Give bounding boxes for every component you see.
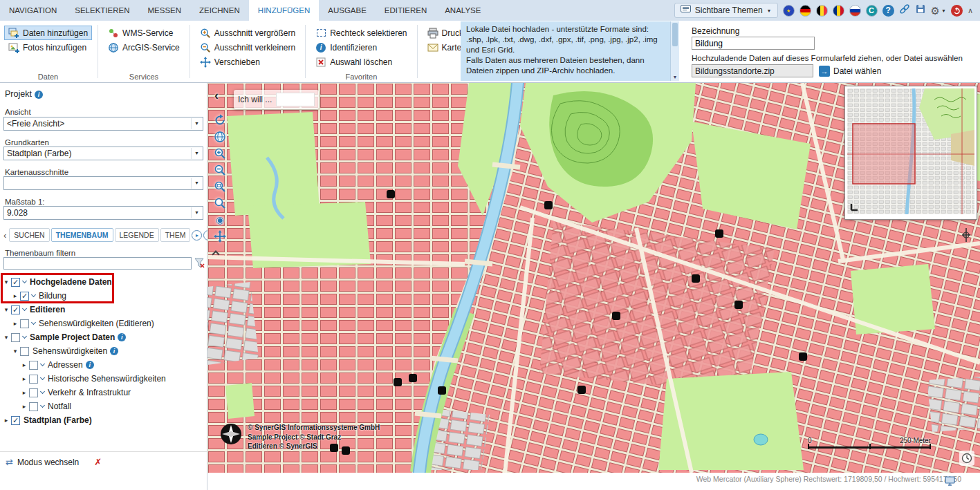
tree-expander-icon[interactable]: ▸: [11, 292, 19, 299]
flag-romania-icon[interactable]: [833, 5, 844, 17]
zoom-in-button[interactable]: Ausschnitt vergrößern: [196, 26, 299, 40]
add-photos-button[interactable]: Fotos hinzufügen: [4, 40, 92, 55]
tree-item-bildung[interactable]: ▸✓Bildung: [0, 289, 207, 303]
panel-tabs-scroll-left-icon[interactable]: ‹: [2, 230, 8, 241]
clear-selection-button[interactable]: Auswahl löschen: [311, 55, 411, 69]
collapse-sidebar-icon[interactable]: ‹: [214, 88, 219, 103]
pan-tool-icon[interactable]: [213, 229, 227, 243]
menu-tab-zeichnen[interactable]: ZEICHNEN: [190, 0, 249, 21]
tree-expander-icon[interactable]: ▾: [11, 348, 19, 355]
layer-menu-chevron-icon[interactable]: [22, 334, 27, 339]
layer-checkbox[interactable]: [29, 402, 38, 411]
tree-expander-icon[interactable]: ▸: [20, 375, 28, 382]
tree-expander-icon[interactable]: ▾: [2, 334, 10, 341]
time-slider-icon[interactable]: [959, 451, 974, 466]
logout-power-button[interactable]: [951, 5, 963, 17]
identify-button[interactable]: i Identifizieren: [311, 40, 411, 55]
tree-expander-icon[interactable]: ▸: [2, 417, 10, 424]
flag-russia-icon[interactable]: [849, 5, 861, 17]
bezeichnung-input[interactable]: [692, 37, 815, 50]
tree-item-sehenswürdigkeiten[interactable]: ▾Sehenswürdigkeiteni: [0, 344, 207, 358]
tree-expander-icon[interactable]: ▸: [20, 403, 28, 410]
layer-menu-chevron-icon[interactable]: [40, 375, 45, 380]
tree-expander-icon[interactable]: ▾: [2, 279, 10, 285]
menu-tab-messen[interactable]: MESSEN: [138, 0, 190, 21]
menu-tab-editieren[interactable]: EDITIEREN: [376, 0, 436, 21]
layer-menu-chevron-icon[interactable]: [40, 389, 45, 394]
tree-item-sample-project-daten[interactable]: ▾Sample Project Dateni: [0, 330, 207, 344]
arcgis-service-button[interactable]: ArcGIS-Service: [104, 40, 184, 55]
flag-german-icon[interactable]: [799, 5, 811, 17]
layer-checkbox[interactable]: [11, 333, 20, 342]
menu-tab-navigation[interactable]: NAVIGATION: [0, 0, 66, 21]
add-data-button[interactable]: Daten hinzufügen: [4, 26, 92, 40]
layer-checkbox[interactable]: [20, 347, 29, 356]
map-viewport[interactable]: Ich will ... ‹: [207, 83, 980, 473]
link-icon[interactable]: [899, 3, 910, 17]
flag-belgium-icon[interactable]: [816, 5, 828, 17]
mode-switch-button[interactable]: Modus wechseln: [17, 458, 79, 467]
tree-item-notfall[interactable]: ▸Notfall: [0, 399, 207, 413]
collapse-ribbon-icon[interactable]: ∧: [968, 6, 973, 15]
menu-tab-hinzufügen[interactable]: HINZUFÜGEN: [249, 0, 319, 21]
layer-menu-chevron-icon[interactable]: [40, 361, 45, 366]
choose-file-button[interactable]: → Datei wählen: [819, 64, 881, 77]
flag-eu-icon[interactable]: ★: [783, 5, 795, 17]
pan-button[interactable]: Verschieben: [196, 55, 299, 69]
tree-item-historische-sehenswürdigkeiten[interactable]: ▸Historische Sehenswürdigkeiten: [0, 372, 207, 386]
session-monitor-icon[interactable]: [945, 476, 955, 489]
layer-menu-chevron-icon[interactable]: [22, 306, 27, 311]
info-icon[interactable]: i: [118, 333, 126, 341]
panel-tab-themenbaum[interactable]: THEMENBAUM: [51, 228, 113, 242]
rect-select-button[interactable]: Rechteck selektieren: [311, 26, 411, 40]
zoom-out-button[interactable]: Ausschnitt verkleinern: [196, 40, 299, 55]
scale-select[interactable]: 9.028 ▼: [3, 206, 203, 220]
panel-tabs-scroll-right-icon[interactable]: ▸: [192, 230, 202, 241]
layer-checkbox[interactable]: [29, 388, 38, 397]
tree-item-adressen[interactable]: ▸Adresseni: [0, 358, 207, 372]
info-icon[interactable]: i: [35, 91, 43, 99]
panel-tab-legende[interactable]: LEGENDE: [115, 228, 159, 242]
zoom-window-icon[interactable]: [213, 180, 227, 194]
help-button[interactable]: ?: [882, 5, 894, 17]
tree-expander-icon[interactable]: ▸: [20, 389, 28, 396]
visible-themes-button[interactable]: Sichtbare Themen ▼: [674, 3, 778, 18]
layer-checkbox[interactable]: ✓: [11, 416, 20, 425]
tree-item-sehenswürdigkeiten-editieren[interactable]: ▸Sehenswürdigkeiten (Editieren): [0, 317, 207, 330]
layer-checkbox[interactable]: ✓: [11, 305, 20, 314]
info-panel-scrollbar[interactable]: ▼: [670, 21, 679, 81]
settings-button[interactable]: ⚙ ▼: [931, 5, 946, 17]
menu-tab-ausgabe[interactable]: AUSGABE: [319, 0, 376, 21]
basemap-select[interactable]: Stadtplan (Farbe) ▼: [3, 147, 203, 160]
menu-tab-selektieren[interactable]: SELEKTIEREN: [66, 0, 138, 21]
scrollbar-thumb[interactable]: [672, 23, 678, 46]
delete-redlining-icon[interactable]: ✗: [94, 457, 102, 467]
theme-filter-input[interactable]: [3, 257, 192, 270]
layer-checkbox[interactable]: [29, 361, 38, 370]
zoom-out-tool-icon[interactable]: [213, 163, 227, 177]
coordinate-crosshair-icon[interactable]: [960, 228, 972, 245]
tree-item-hochgeladene-daten[interactable]: ▾✓Hochgeladene Daten: [0, 275, 207, 289]
zoom-in-tool-icon[interactable]: [213, 147, 227, 160]
tree-item-stadtplan-farbe[interactable]: ▸✓Stadtplan (Farbe): [0, 413, 207, 427]
wms-service-button[interactable]: WMS-Service: [104, 26, 184, 40]
clear-filter-icon[interactable]: [194, 258, 205, 270]
panel-tab-them[interactable]: THEM: [160, 228, 191, 242]
iwill-input[interactable]: [276, 93, 315, 106]
overview-minimap[interactable]: [844, 86, 977, 220]
layer-menu-chevron-icon[interactable]: [40, 403, 45, 408]
scrollbar-down-icon[interactable]: ▼: [671, 74, 679, 80]
layer-menu-chevron-icon[interactable]: [31, 292, 36, 297]
tree-expander-icon[interactable]: ▾: [2, 306, 10, 313]
info-icon[interactable]: i: [110, 347, 118, 355]
layer-checkbox[interactable]: ✓: [20, 292, 29, 301]
view-select[interactable]: <Freie Ansicht> ▼: [3, 117, 203, 131]
zoom-full-extent-icon[interactable]: [213, 196, 227, 210]
menu-tab-analyse[interactable]: ANALYSE: [436, 0, 490, 21]
overview-globe-icon[interactable]: [213, 130, 227, 144]
tree-item-editieren[interactable]: ▾✓Editieren: [0, 303, 207, 317]
layer-menu-chevron-icon[interactable]: [22, 279, 27, 283]
flag-crescent-icon[interactable]: C: [866, 5, 878, 17]
panel-tab-suchen[interactable]: SUCHEN: [9, 228, 49, 242]
tree-expander-icon[interactable]: ▸: [11, 320, 19, 327]
